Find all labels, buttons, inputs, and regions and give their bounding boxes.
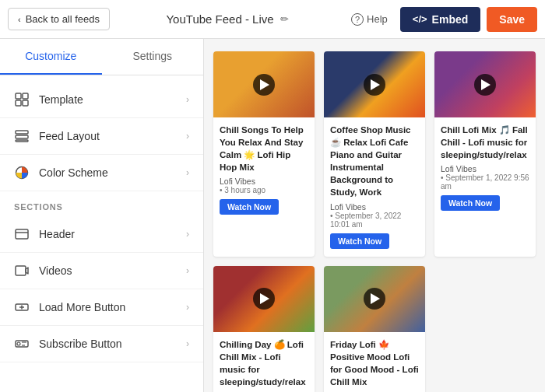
video-grid: Chill Songs To Help You Relax And Stay C…	[213, 51, 536, 392]
play-icon	[481, 79, 490, 90]
video-title: Chill Songs To Help You Relax And Stay C…	[220, 124, 308, 173]
chevron-right-icon: ›	[186, 338, 189, 349]
feed-layout-label: Feed Layout	[39, 130, 177, 142]
play-button[interactable]	[253, 288, 275, 310]
videos-label: Videos	[39, 264, 177, 277]
play-icon	[260, 79, 269, 90]
svg-rect-8	[16, 229, 28, 239]
tab-settings[interactable]: Settings	[102, 39, 204, 75]
chevron-right-icon: ›	[186, 265, 189, 276]
video-info: Chill Lofi Mix 🎵 Fall Chill - Lofi music…	[434, 117, 536, 219]
header-actions: ? Help </> Embed Save	[345, 7, 537, 32]
watch-now-button[interactable]: Watch Now	[441, 195, 500, 211]
video-channel: Lofi Vibes	[220, 177, 308, 186]
svg-rect-3	[23, 100, 28, 106]
help-circle-icon: ?	[351, 13, 364, 26]
sidebar-item-color-scheme[interactable]: Color Scheme ›	[0, 155, 203, 191]
watch-now-button[interactable]: Watch Now	[220, 199, 279, 215]
tab-customize[interactable]: Customize	[0, 39, 102, 75]
video-thumbnail	[324, 51, 425, 117]
template-icon	[14, 92, 30, 107]
video-info: Chilling Day 🍊 Lofi Chill Mix - Lofi mus…	[213, 332, 315, 392]
feed-layout-icon	[14, 128, 30, 144]
video-channel: Lofi Vibes	[441, 164, 529, 173]
play-button[interactable]	[253, 74, 275, 96]
svg-rect-6	[16, 140, 28, 142]
embed-button[interactable]: </> Embed	[400, 7, 480, 32]
header-label: Header	[39, 228, 177, 240]
video-card: Chill Lofi Mix 🎵 Fall Chill - Lofi music…	[434, 51, 536, 257]
feed-title: YouTube Feed - Live ✏	[110, 12, 345, 26]
color-scheme-label: Color Scheme	[39, 166, 177, 179]
video-title: Chilling Day 🍊 Lofi Chill Mix - Lofi mus…	[220, 338, 308, 388]
chevron-right-icon: ›	[186, 131, 189, 142]
sidebar: Customize Settings Template ›	[0, 39, 204, 392]
chevron-right-icon: ›	[186, 229, 189, 240]
sidebar-menu: Template › Feed Layout ›	[0, 75, 203, 369]
svg-rect-5	[16, 135, 28, 138]
app-header: ‹ Back to all feeds YouTube Feed - Live …	[0, 0, 545, 39]
video-channel: Lofi Vibes	[330, 202, 419, 212]
play-icon	[260, 293, 269, 304]
subscribe-icon	[14, 336, 30, 352]
load-more-label: Load More Button	[39, 301, 177, 313]
video-card: Coffee Shop Music ☕ Relax Lofi Cafe Pian…	[324, 51, 425, 257]
videos-icon	[14, 263, 30, 278]
sidebar-item-load-more[interactable]: Load More Button ›	[0, 289, 203, 326]
watch-now-button[interactable]: Watch Now	[330, 233, 389, 249]
code-icon: </>	[413, 13, 427, 25]
play-icon	[371, 293, 380, 304]
svg-rect-2	[23, 93, 28, 99]
video-card: Friday Lofi 🍁 Positive Mood Lofi for Goo…	[324, 266, 425, 392]
svg-rect-1	[16, 100, 21, 106]
sidebar-item-template[interactable]: Template ›	[0, 82, 203, 118]
video-info: Friday Lofi 🍁 Positive Mood Lofi for Goo…	[324, 332, 425, 392]
video-title: Coffee Shop Music ☕ Relax Lofi Cafe Pian…	[330, 124, 419, 199]
chevron-right-icon: ›	[186, 302, 189, 313]
video-thumbnail	[324, 266, 425, 332]
video-time: • September 3, 2022 10:01 am	[330, 212, 419, 229]
help-button[interactable]: ? Help	[345, 9, 394, 30]
chevron-right-icon: ›	[186, 94, 189, 105]
edit-icon[interactable]: ✏	[280, 13, 289, 25]
sections-label: SECTIONS	[0, 191, 203, 216]
video-info: Chill Songs To Help You Relax And Stay C…	[213, 117, 315, 222]
svg-point-15	[17, 342, 20, 345]
template-label: Template	[39, 93, 177, 106]
sidebar-item-header[interactable]: Header ›	[0, 216, 203, 253]
play-button[interactable]	[364, 74, 385, 96]
color-scheme-icon	[14, 165, 30, 180]
svg-rect-10	[16, 266, 26, 275]
header-icon	[14, 226, 30, 242]
play-button[interactable]	[364, 288, 385, 310]
video-thumbnail	[213, 51, 315, 117]
sidebar-item-feed-layout[interactable]: Feed Layout ›	[0, 118, 203, 155]
chevron-right-icon: ›	[186, 167, 189, 178]
sidebar-item-subscribe[interactable]: Subscribe Button ›	[0, 326, 203, 362]
play-button[interactable]	[474, 74, 496, 96]
load-more-icon	[14, 299, 30, 315]
preview-area: Chill Songs To Help You Relax And Stay C…	[204, 39, 545, 392]
svg-rect-0	[16, 93, 21, 99]
back-button[interactable]: ‹ Back to all feeds	[8, 8, 110, 30]
sidebar-tabs: Customize Settings	[0, 39, 203, 75]
video-thumbnail	[434, 51, 536, 117]
video-time: • 3 hours ago	[220, 186, 308, 194]
subscribe-label: Subscribe Button	[39, 338, 177, 350]
video-thumbnail	[213, 266, 315, 332]
save-button[interactable]: Save	[487, 7, 537, 32]
sidebar-item-videos[interactable]: Videos ›	[0, 253, 203, 289]
chevron-left-icon: ‹	[18, 15, 21, 24]
video-title: Friday Lofi 🍁 Positive Mood Lofi for Goo…	[330, 338, 419, 388]
video-time: • September 1, 2022 9:56 am	[441, 173, 529, 191]
video-card: Chilling Day 🍊 Lofi Chill Mix - Lofi mus…	[213, 266, 315, 392]
play-icon	[371, 79, 380, 90]
back-label: Back to all feeds	[26, 13, 100, 25]
svg-rect-4	[16, 131, 28, 134]
video-card: Chill Songs To Help You Relax And Stay C…	[213, 51, 315, 257]
main-layout: Customize Settings Template ›	[0, 39, 545, 392]
video-info: Coffee Shop Music ☕ Relax Lofi Cafe Pian…	[324, 117, 425, 257]
video-title: Chill Lofi Mix 🎵 Fall Chill - Lofi music…	[441, 124, 529, 161]
